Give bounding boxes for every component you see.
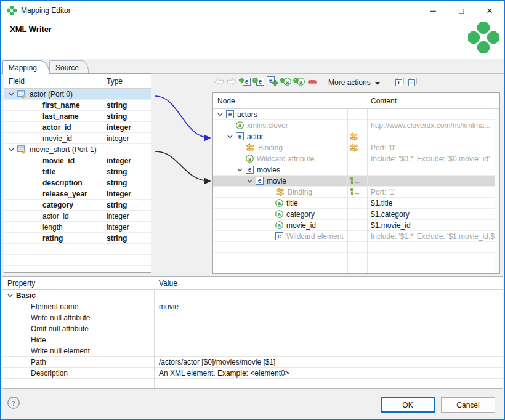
value-column-header[interactable]: Value: [154, 277, 503, 289]
more-actions-button[interactable]: More actions: [324, 75, 384, 90]
node-row[interactable]: BindingPort: '0': [213, 142, 499, 153]
node-row[interactable]: eWildcard elementInclude: '$1.*' Exclude…: [213, 231, 499, 242]
next-mapping-button[interactable]: [225, 75, 238, 90]
node-row[interactable]: atitle$1.title: [213, 198, 499, 209]
add-child-element-button[interactable]: e: [265, 75, 278, 90]
add-element-above-button[interactable]: e: [238, 75, 251, 90]
collapse-all-button[interactable]: [406, 75, 419, 90]
field-row[interactable]: actor (Port 0): [4, 89, 151, 100]
property-value[interactable]: [154, 345, 503, 356]
node-column-header[interactable]: Node: [213, 93, 347, 108]
field-row[interactable]: movie_idinteger: [4, 133, 151, 144]
property-row[interactable]: Write null element: [2, 345, 503, 357]
node-row[interactable]: BindingPort: '1': [213, 187, 499, 198]
node-row[interactable]: emovie: [213, 176, 499, 187]
page-title: XML Writer: [10, 25, 52, 34]
property-row[interactable]: Omit null attribute: [2, 323, 503, 334]
property-value[interactable]: An XML element. Example: <element0>: [154, 368, 503, 378]
field-cell: last_name: [4, 111, 103, 121]
chevron-down-icon[interactable]: [217, 113, 226, 116]
binding-icon: [349, 143, 358, 152]
tab-bar: Mapping Source: [1, 59, 504, 74]
property-row[interactable]: Hide: [2, 334, 503, 345]
node-row[interactable]: axmlns:cloverhttp://www.cloverdx.com/ns/…: [213, 120, 499, 131]
help-icon[interactable]: ?: [7, 396, 20, 410]
property-value[interactable]: [154, 290, 503, 301]
property-value[interactable]: [154, 312, 503, 323]
property-value[interactable]: [154, 323, 503, 334]
tab-source[interactable]: Source: [49, 60, 89, 74]
node-row[interactable]: amovie_id$1.movie_id: [213, 220, 499, 231]
field-row[interactable]: actor_idinteger: [4, 122, 151, 133]
field-row[interactable]: actor_idinteger: [4, 211, 151, 222]
expand-all-button[interactable]: [394, 75, 406, 90]
property-row[interactable]: Basic: [2, 290, 503, 301]
expand-all-icon: [395, 77, 405, 89]
field-row[interactable]: titlestring: [4, 166, 151, 177]
previous-mapping-button[interactable]: [212, 75, 225, 90]
field-row[interactable]: movie_idinteger: [4, 155, 151, 166]
property-label-cell: Hide: [2, 334, 154, 345]
node-cell: emovie: [213, 176, 347, 186]
add-attribute-icon: a: [280, 76, 291, 89]
field-row[interactable]: release_yearinteger: [4, 188, 151, 200]
property-label-cell: Write null element: [2, 345, 154, 356]
chevron-down-icon[interactable]: [9, 92, 17, 96]
field-row[interactable]: movie_short (Port 1): [4, 144, 151, 155]
field-label: movie_id: [42, 156, 75, 165]
property-row[interactable]: Element namemovie: [2, 301, 503, 312]
node-row[interactable]: acategory$1.category: [213, 209, 499, 220]
node-cell: aWildcard attribute: [213, 153, 347, 164]
chevron-down-icon[interactable]: [227, 135, 236, 139]
add-attribute-button[interactable]: a: [279, 75, 292, 90]
node-tree-header: Node Content: [213, 93, 499, 109]
property-value[interactable]: movie: [154, 301, 503, 312]
field-cell: description: [4, 177, 103, 188]
node-cell: atitle: [213, 198, 347, 208]
titlebar[interactable]: Mapping Editor ─ □ ✕: [1, 1, 504, 20]
column-divider: [367, 93, 368, 273]
node-tree-scrollbar[interactable]: [495, 109, 499, 273]
chevron-down-icon[interactable]: [7, 294, 16, 297]
field-row[interactable]: last_namestring: [4, 111, 151, 122]
field-row[interactable]: ratingstring: [4, 233, 151, 244]
close-button[interactable]: ✕: [475, 1, 504, 20]
property-column-header[interactable]: Property: [2, 277, 154, 289]
mapping-cell: [347, 153, 367, 164]
minimize-button[interactable]: ─: [419, 1, 447, 20]
mapping-cell: [347, 109, 367, 119]
window-controls: ─ □ ✕: [419, 1, 504, 20]
svg-text:e: e: [238, 133, 242, 140]
field-column-header[interactable]: Field: [4, 74, 103, 88]
remove-node-button[interactable]: [306, 75, 318, 90]
chevron-down-icon[interactable]: [9, 148, 17, 151]
node-row[interactable]: aWildcard attributeInclude: '$0.*' Exclu…: [213, 153, 499, 164]
property-row[interactable]: Write null attribute: [2, 312, 503, 323]
ok-button[interactable]: OK: [381, 397, 435, 413]
binding-icon: [246, 143, 255, 152]
chevron-down-icon[interactable]: [247, 179, 256, 183]
chevron-down-icon[interactable]: [237, 168, 246, 172]
field-row[interactable]: categorystring: [4, 200, 151, 211]
property-value[interactable]: /actors/actor [$0]/movies/movie [$1]: [154, 357, 503, 367]
field-tree-header: Field Type: [4, 74, 151, 89]
node-row[interactable]: eactor: [213, 131, 499, 142]
add-wildcard-element-button[interactable]: e: [252, 75, 265, 90]
add-wildcard-attribute-button[interactable]: a: [293, 75, 305, 90]
property-row[interactable]: Path/actors/actor [$0]/movies/movie [$1]: [2, 357, 503, 368]
type-column-header[interactable]: Type: [103, 74, 140, 88]
node-row[interactable]: eactors: [213, 109, 499, 120]
maximize-button[interactable]: □: [447, 1, 475, 20]
field-row[interactable]: descriptionstring: [4, 177, 151, 188]
property-value[interactable]: [154, 334, 503, 345]
field-row[interactable]: lengthinteger: [4, 222, 151, 233]
cancel-button[interactable]: Cancel: [441, 397, 495, 413]
property-label: Element name: [31, 302, 78, 311]
mapping-connection-arrow: [155, 96, 210, 138]
content-column-header[interactable]: Content: [367, 93, 499, 108]
tab-mapping[interactable]: Mapping: [2, 60, 49, 74]
node-row[interactable]: emovies: [213, 164, 499, 176]
field-row[interactable]: first_namestring: [4, 100, 151, 111]
mapping-cell: [347, 209, 367, 219]
property-row[interactable]: DescriptionAn XML element. Example: <ele…: [2, 368, 503, 379]
